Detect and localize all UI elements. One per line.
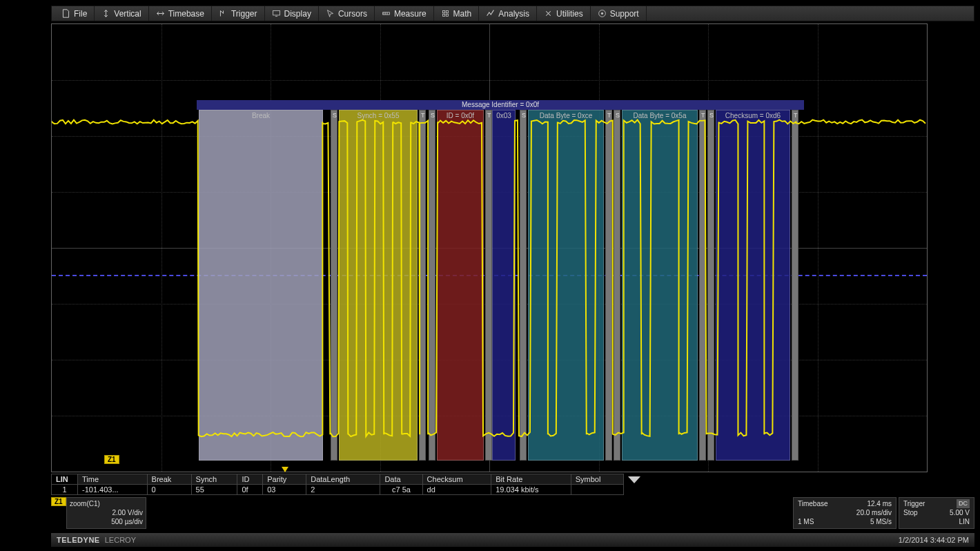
svg-point-7 — [601, 12, 602, 14]
menu-vertical[interactable]: Vertical — [95, 6, 148, 21]
timebase-label: Timebase — [798, 499, 828, 508]
menu-cursors[interactable]: Cursors — [319, 6, 375, 21]
menu-utilities[interactable]: Utilities — [537, 6, 591, 21]
table-cell[interactable]: 03 — [263, 485, 306, 495]
trigger-src: LIN — [959, 517, 970, 526]
trigger-label: Trigger — [903, 499, 925, 508]
waveform-display[interactable]: Message Identifier = 0x0f BreakSSynch = … — [51, 23, 928, 472]
brand-lecroy: LECROY — [105, 536, 136, 544]
z1-tag[interactable]: Z1 — [51, 497, 66, 506]
footer-bar: TELEDYNE LECROY 1/2/2014 3:44:02 PM — [51, 533, 974, 547]
menu-support-label: Support — [610, 9, 639, 19]
zoom-info-box[interactable]: zoom(C1) 2.00 V/div 500 µs/div — [66, 497, 146, 529]
utilities-icon — [544, 9, 553, 18]
table-cell[interactable]: -101.403... — [78, 485, 148, 495]
menu-display[interactable]: Display — [265, 6, 319, 21]
timebase-v2: 20.0 ms/div — [856, 508, 892, 517]
table-cell[interactable]: 0f — [237, 485, 263, 495]
menu-support[interactable]: Support — [591, 6, 647, 21]
timebase-box[interactable]: Timebase12.4 ms 20.0 ms/div 1 MS5 MS/s — [793, 497, 896, 529]
table-cell[interactable]: 2 — [306, 485, 380, 495]
menu-math-label: Math — [453, 9, 472, 19]
menu-analysis-label: Analysis — [498, 9, 529, 19]
menu-measure[interactable]: Measure — [375, 6, 434, 21]
menu-math[interactable]: Math — [434, 6, 480, 21]
measure-icon — [382, 9, 391, 18]
svg-rect-0 — [273, 10, 280, 15]
menubar: File Vertical Timebase Trigger Display C… — [51, 6, 974, 21]
timebase-v1: 12.4 ms — [867, 499, 892, 508]
analysis-icon — [486, 9, 495, 18]
vertical-icon — [101, 9, 110, 18]
svg-rect-2 — [442, 10, 444, 12]
table-header-time[interactable]: Time — [78, 474, 148, 485]
table-header-id[interactable]: ID — [237, 474, 263, 485]
trigger-volts: 5.00 V — [950, 508, 970, 517]
file-icon — [61, 9, 70, 18]
table-header-break[interactable]: Break — [147, 474, 191, 485]
table-cell[interactable]: 55 — [191, 485, 237, 495]
table-header-synch[interactable]: Synch — [191, 474, 237, 485]
decode-table-area: LINTimeBreakSynchIDParityDataLengthDataC… — [51, 474, 974, 495]
table-header-parity[interactable]: Parity — [263, 474, 306, 485]
brand-teledyne: TELEDYNE — [57, 536, 100, 544]
table-header-symbol[interactable]: Symbol — [571, 474, 623, 485]
trigger-icon — [219, 9, 228, 18]
menu-measure-label: Measure — [394, 9, 427, 19]
timebase-v3b: 5 MS/s — [870, 517, 892, 526]
timebase-v3a: 1 MS — [798, 517, 814, 526]
status-row: Z1 zoom(C1) 2.00 V/div 500 µs/div Timeba… — [51, 497, 974, 529]
table-cell[interactable]: 0 — [147, 485, 191, 495]
dc-tag: DC — [957, 499, 970, 508]
table-cell[interactable] — [571, 485, 623, 495]
table-header-datalength[interactable]: DataLength — [306, 474, 380, 485]
svg-rect-5 — [446, 14, 448, 16]
table-header-checksum[interactable]: Checksum — [422, 474, 491, 485]
menu-timebase[interactable]: Timebase — [149, 6, 212, 21]
trigger-stop: Stop — [903, 508, 918, 517]
math-icon — [441, 9, 450, 18]
menu-trigger-label: Trigger — [231, 9, 257, 19]
zoom-name: zoom(C1) — [70, 499, 143, 508]
table-header-lin[interactable]: LIN — [52, 474, 78, 485]
table-header-data[interactable]: Data — [380, 474, 422, 485]
table-cell[interactable]: 1 — [52, 485, 78, 495]
waveform-trace — [52, 24, 927, 472]
trigger-position-marker — [282, 467, 288, 472]
menu-trigger[interactable]: Trigger — [212, 6, 265, 21]
menu-vertical-label: Vertical — [114, 9, 141, 19]
menu-utilities-label: Utilities — [556, 9, 583, 19]
footer-datetime: 1/2/2014 3:44:02 PM — [899, 536, 969, 544]
display-icon — [272, 9, 281, 18]
menu-cursors-label: Cursors — [338, 9, 367, 19]
z1-side-label: Z1 — [104, 455, 119, 464]
decode-table[interactable]: LINTimeBreakSynchIDParityDataLengthDataC… — [51, 474, 624, 495]
timebase-icon — [156, 9, 165, 18]
zoom-tdiv: 500 µs/div — [70, 517, 143, 526]
menu-analysis[interactable]: Analysis — [479, 6, 537, 21]
menu-file-label: File — [74, 9, 87, 19]
menu-timebase-label: Timebase — [168, 9, 204, 19]
svg-rect-3 — [446, 10, 448, 12]
table-cell[interactable]: dd — [422, 485, 491, 495]
table-cell[interactable]: 19.034 kbit/s — [491, 485, 571, 495]
zoom-vdiv: 2.00 V/div — [70, 508, 143, 517]
table-header-bit rate[interactable]: Bit Rate — [491, 474, 571, 485]
cursors-icon — [326, 9, 335, 18]
support-icon — [598, 9, 607, 18]
trigger-box[interactable]: TriggerDC Stop5.00 V LIN — [899, 497, 974, 529]
menu-file[interactable]: File — [55, 6, 95, 21]
table-dropdown-icon[interactable] — [628, 476, 640, 483]
menu-display-label: Display — [284, 9, 311, 19]
table-cell[interactable]: c7 5a — [380, 485, 422, 495]
svg-rect-4 — [442, 14, 444, 16]
